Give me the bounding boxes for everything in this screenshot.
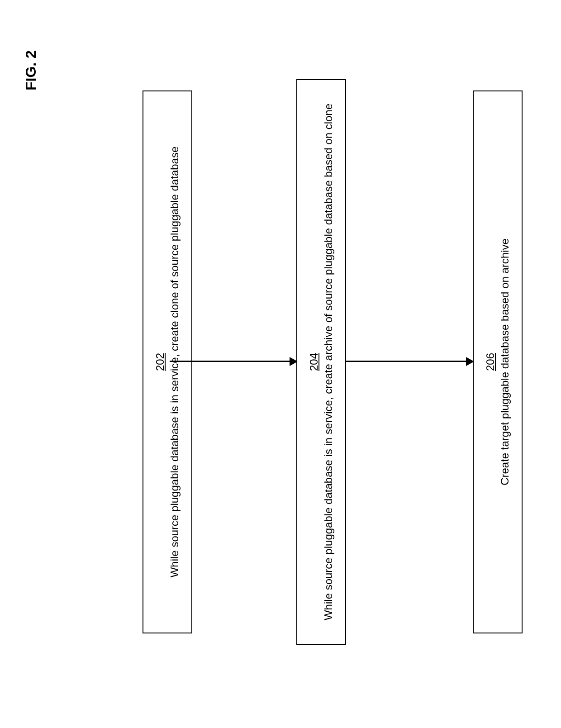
step-id: 204 <box>308 353 320 371</box>
step-text: Create target pluggable database based o… <box>499 238 511 485</box>
figure-label: FIG. 2 <box>23 50 39 90</box>
flow-step-206: 206 Create target pluggable database bas… <box>473 90 523 633</box>
step-id: 206 <box>484 353 497 371</box>
step-text: While source pluggable database is in se… <box>322 104 335 620</box>
step-id: 202 <box>154 353 166 371</box>
step-text: While source pluggable database is in se… <box>168 147 181 578</box>
flowchart-canvas: FIG. 2 202 While source pluggable databa… <box>0 0 561 728</box>
flow-step-202: 202 While source pluggable database is i… <box>143 90 192 633</box>
flow-step-204: 204 While source pluggable database is i… <box>296 79 346 645</box>
